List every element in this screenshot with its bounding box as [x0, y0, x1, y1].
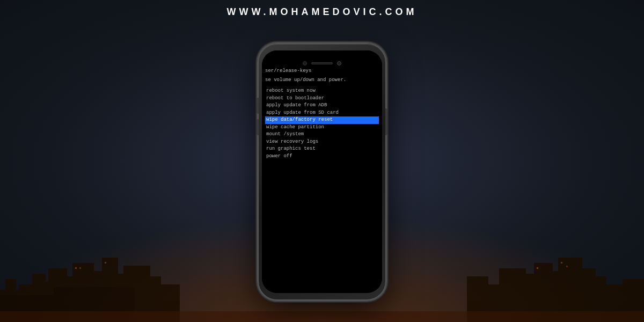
volume-down-button [257, 119, 259, 135]
menu-item-apply-sd[interactable]: apply update from SD card [265, 109, 379, 117]
svg-rect-28 [75, 267, 77, 269]
recovery-screen: ser/release-keys se volume up/down and p… [262, 50, 382, 293]
volume-up-button [257, 98, 259, 114]
watermark-text: WWW.MOHAMEDOVIC.COM [227, 6, 418, 17]
menu-item-apply-adb[interactable]: apply update from ADB [265, 102, 379, 109]
watermark: WWW.MOHAMEDOVIC.COM [0, 6, 644, 18]
menu-item-wipe-data[interactable]: wipe data/factory reset [265, 116, 379, 124]
menu-item-reboot-system[interactable]: reboot system now [265, 87, 379, 95]
svg-rect-33 [537, 267, 538, 269]
power-button [385, 108, 387, 135]
svg-rect-30 [105, 262, 106, 264]
front-camera [303, 61, 307, 65]
menu-item-power-off[interactable]: power off [265, 153, 379, 160]
menu-item-reboot-bootloader[interactable]: reboot to bootloader [265, 95, 379, 103]
menu-item-run-graphics[interactable]: run graphics test [265, 145, 379, 153]
phone-screen: ser/release-keys se volume up/down and p… [262, 50, 382, 293]
svg-rect-31 [561, 262, 562, 264]
phone-frame: ser/release-keys se volume up/down and p… [258, 43, 386, 301]
top-bar [290, 58, 354, 69]
menu-item-mount-system[interactable]: mount /system [265, 131, 379, 138]
svg-rect-29 [79, 267, 81, 269]
svg-rect-27 [0, 311, 644, 322]
menu-item-view-logs[interactable]: view recovery logs [265, 138, 379, 146]
svg-rect-32 [566, 266, 568, 267]
menu-item-wipe-cache[interactable]: wipe cache partition [265, 124, 379, 131]
sensor [337, 61, 341, 65]
speaker [311, 62, 333, 64]
recovery-header-line2: se volume up/down and power. [265, 77, 379, 84]
phone-container: ser/release-keys se volume up/down and p… [258, 43, 386, 301]
